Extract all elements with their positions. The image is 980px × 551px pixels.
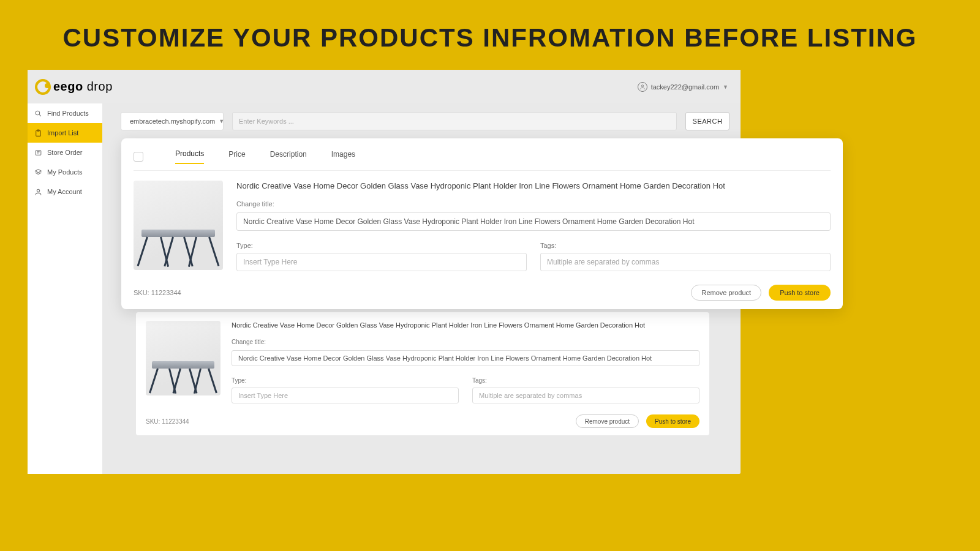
user-email: tackey222@gmail.com bbox=[651, 83, 719, 91]
layers-icon bbox=[34, 168, 42, 176]
store-selected-value: embracetech.myshopify.com bbox=[130, 118, 215, 125]
account-icon bbox=[34, 187, 42, 196]
tab-products[interactable]: Products bbox=[175, 149, 204, 164]
sidebar-item-store-order[interactable]: Store Order bbox=[28, 143, 102, 162]
type-input[interactable] bbox=[236, 253, 527, 271]
hero-title: CUSTOMIZE YOUR PRODUCTS INFROMATION BEFO… bbox=[0, 0, 980, 67]
sku-value: 11223344 bbox=[162, 418, 189, 425]
sidebar-item-label: Store Order bbox=[47, 149, 82, 156]
push-to-store-button[interactable]: Push to store bbox=[646, 414, 699, 428]
product-tabs: Products Price Description Images bbox=[134, 148, 831, 171]
tab-price[interactable]: Price bbox=[228, 150, 245, 163]
store-selector[interactable]: embracetech.myshopify.com ▼ bbox=[121, 112, 224, 130]
product-thumbnail bbox=[146, 321, 221, 395]
logo-text-2: drop bbox=[83, 80, 113, 93]
search-button[interactable]: SEARCH bbox=[685, 112, 729, 130]
tags-input[interactable] bbox=[472, 388, 699, 403]
chevron-down-icon: ▼ bbox=[219, 118, 224, 124]
product-title: Nordic Creative Vase Home Decor Golden G… bbox=[236, 181, 831, 192]
logo-mark-icon bbox=[35, 79, 51, 95]
product-title: Nordic Creative Vase Home Decor Golden G… bbox=[232, 321, 699, 330]
logo-text: eego drop bbox=[53, 80, 113, 94]
remove-product-button[interactable]: Remove product bbox=[691, 285, 761, 301]
sku-prefix: SKU: bbox=[146, 418, 160, 425]
type-label: Type: bbox=[236, 242, 527, 249]
search-icon bbox=[34, 109, 42, 118]
toolbar: embracetech.myshopify.com ▼ SEARCH bbox=[121, 112, 729, 130]
chevron-down-icon: ▼ bbox=[723, 84, 728, 90]
product-thumbnail bbox=[134, 181, 223, 270]
svg-point-0 bbox=[641, 84, 643, 86]
logo: eego drop bbox=[35, 79, 113, 95]
user-icon bbox=[638, 82, 647, 92]
sidebar-item-import-list[interactable]: Import List bbox=[28, 123, 102, 143]
type-label: Type: bbox=[232, 377, 459, 384]
tags-input[interactable] bbox=[540, 253, 831, 271]
sidebar-item-label: Find Products bbox=[47, 110, 89, 117]
title-input[interactable] bbox=[236, 212, 831, 231]
user-menu[interactable]: tackey222@gmail.com ▼ bbox=[638, 82, 728, 92]
tags-label: Tags: bbox=[540, 242, 831, 249]
order-icon bbox=[34, 148, 42, 157]
tab-description[interactable]: Description bbox=[270, 150, 307, 163]
sidebar-item-label: My Poducts bbox=[47, 168, 82, 176]
sidebar: Find Products Import List Store Order My… bbox=[28, 103, 102, 474]
logo-text-1: eego bbox=[53, 80, 83, 93]
tab-images[interactable]: Images bbox=[331, 150, 355, 163]
sidebar-item-find-products[interactable]: Find Products bbox=[28, 103, 102, 123]
change-title-label: Change title: bbox=[232, 339, 699, 345]
sidebar-item-my-products[interactable]: My Poducts bbox=[28, 162, 102, 182]
sku-prefix: SKU: bbox=[134, 289, 149, 296]
type-input[interactable] bbox=[232, 388, 459, 403]
push-to-store-button[interactable]: Push to store bbox=[769, 285, 831, 301]
sidebar-item-label: Import List bbox=[47, 129, 78, 137]
sku-text: SKU: 11223344 bbox=[134, 289, 181, 296]
svg-point-5 bbox=[37, 189, 39, 192]
keyword-search-input[interactable] bbox=[232, 112, 677, 130]
select-all-checkbox[interactable] bbox=[134, 152, 143, 162]
sku-text: SKU: 11223344 bbox=[146, 418, 189, 425]
sidebar-item-my-account[interactable]: My Account bbox=[28, 182, 102, 201]
topbar: eego drop tackey222@gmail.com ▼ bbox=[28, 70, 741, 103]
change-title-label: Change title: bbox=[236, 200, 831, 208]
clipboard-icon bbox=[34, 129, 42, 137]
svg-point-1 bbox=[36, 111, 39, 115]
product-card-compact: Nordic Creative Vase Home Decor Golden G… bbox=[136, 312, 709, 435]
title-input[interactable] bbox=[232, 350, 699, 366]
product-card-expanded: Products Price Description Images bbox=[121, 138, 843, 309]
sidebar-item-label: My Account bbox=[47, 188, 82, 195]
sku-value: 11223344 bbox=[151, 289, 181, 296]
remove-product-button[interactable]: Remove product bbox=[576, 414, 639, 428]
tags-label: Tags: bbox=[472, 377, 699, 384]
